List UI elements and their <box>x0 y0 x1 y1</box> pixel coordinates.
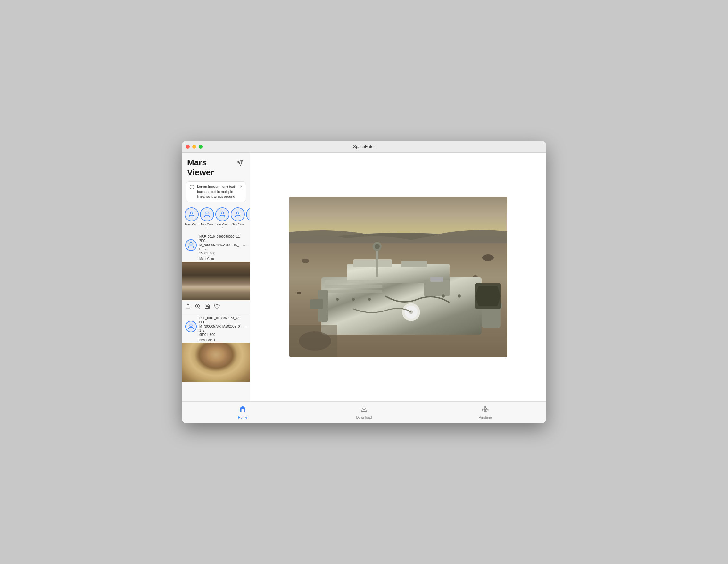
app-window: SpaceEater Mars Viewer <box>182 141 546 423</box>
photo-item-header-2: RLF_0016_0668369973_730ECM_N0030578RHAZ0… <box>182 313 250 338</box>
photo-item-header-1: NRF_0016_0668370386_117ECM_N0030578NCAM0… <box>182 232 250 257</box>
maximize-button[interactable] <box>199 145 203 149</box>
svg-point-47 <box>352 298 355 301</box>
heart-icon[interactable] <box>214 303 220 311</box>
minimize-button[interactable] <box>192 145 196 149</box>
camera-item-nav-cam-2[interactable]: Nav Cam 2 <box>215 207 229 230</box>
svg-point-5 <box>190 211 193 214</box>
photo-camera-label-1: Mast Cam <box>182 257 250 262</box>
svg-point-50 <box>458 294 461 298</box>
svg-point-6 <box>206 211 208 214</box>
share-icon[interactable] <box>185 303 191 311</box>
photo-list: NRF_0016_0668370386_117ECM_N0030578NCAM0… <box>182 232 250 401</box>
main-image-container <box>257 159 540 395</box>
photo-actions-1 <box>182 302 250 313</box>
photo-info-1: NRF_0016_0668370386_117ECM_N0030578NCAM0… <box>199 235 240 255</box>
window-title: SpaceEater <box>353 144 375 149</box>
camera-avatar-nav-cam-n <box>246 207 250 221</box>
close-button[interactable] <box>186 145 190 149</box>
tab-airplane[interactable]: Airplane <box>469 405 501 419</box>
svg-point-48 <box>368 298 371 301</box>
notification-text: Lorem Impsum long text buncha stuff in m… <box>197 184 237 199</box>
app-title: Mars Viewer <box>187 158 214 178</box>
svg-point-7 <box>221 211 223 214</box>
camera-avatar-nav-cam-2 <box>215 207 229 221</box>
svg-point-53 <box>299 331 331 351</box>
titlebar: SpaceEater <box>182 141 546 153</box>
camera-avatar-mast-cam <box>185 207 199 221</box>
svg-rect-42 <box>424 280 450 296</box>
main-mars-image[interactable] <box>289 197 507 357</box>
mars-rover-svg <box>289 197 507 357</box>
main-content: Mars Viewer <box>182 153 546 401</box>
photo-thumbnail-1[interactable] <box>182 262 250 300</box>
svg-rect-37 <box>325 285 382 288</box>
sidebar: Mars Viewer <box>182 153 250 401</box>
camera-label-nav-cam-2: Nav Cam 2 <box>215 223 229 230</box>
camera-avatar-nav-cam-1 <box>200 207 214 221</box>
svg-point-25 <box>297 292 301 294</box>
photo-filename-1: NRF_0016_0668370386_117ECM_N0030578NCAM0… <box>199 235 240 255</box>
sidebar-header: Mars Viewer <box>182 153 250 181</box>
svg-point-23 <box>482 254 494 261</box>
photo-avatar-2 <box>185 321 197 332</box>
photo-item-2: RLF_0016_0668369973_730ECM_N0030578RHAZ0… <box>182 313 250 383</box>
camera-item-nav-cam-1[interactable]: Nav Cam 1 <box>200 207 214 230</box>
svg-rect-28 <box>353 259 392 267</box>
tab-airplane-label: Airplane <box>479 415 492 419</box>
svg-point-22 <box>302 259 309 263</box>
camera-item-nav-cam-2b[interactable]: Nav Cam 2 <box>231 207 245 230</box>
airplane-icon <box>482 405 489 414</box>
notification-close-button[interactable]: × <box>240 184 243 189</box>
photo-info-2: RLF_0016_0668369973_730ECM_N0030578RHAZ0… <box>199 316 240 337</box>
svg-rect-45 <box>310 299 323 309</box>
svg-point-46 <box>336 298 339 301</box>
camera-label-nav-cam-1: Nav Cam 1 <box>200 223 214 230</box>
zoom-icon[interactable] <box>195 303 201 311</box>
camera-label-mast-cam: Mast Cam <box>185 223 198 226</box>
photo-more-button-2[interactable]: ··· <box>243 324 247 329</box>
camera-avatar-nav-cam-2b <box>231 207 245 221</box>
notification-icon <box>189 185 194 191</box>
photo-more-button-1[interactable]: ··· <box>243 243 247 248</box>
svg-rect-38 <box>325 290 382 293</box>
svg-point-16 <box>190 324 192 326</box>
svg-rect-43 <box>430 277 443 282</box>
tab-download-label: Download <box>356 415 372 419</box>
svg-point-8 <box>236 211 239 214</box>
photo-avatar-1 <box>185 239 197 251</box>
photo-filename-2: RLF_0016_0668369973_730ECM_N0030578RHAZ0… <box>199 316 240 337</box>
tab-download[interactable]: Download <box>348 405 380 419</box>
svg-rect-33 <box>376 248 378 277</box>
save-icon[interactable] <box>204 303 210 311</box>
svg-line-13 <box>199 308 200 309</box>
svg-point-10 <box>190 242 192 245</box>
camera-item-mast-cam[interactable]: Mast Cam <box>185 207 199 230</box>
notification-banner: Lorem Impsum long text buncha stuff in m… <box>186 181 246 202</box>
tab-home-label: Home <box>238 415 247 419</box>
photo-item-1: NRF_0016_0668370386_117ECM_N0030578NCAM0… <box>182 232 250 313</box>
camera-selector: Mast Cam Nav Cam 1 <box>182 206 250 232</box>
send-button[interactable] <box>235 158 245 168</box>
svg-point-49 <box>442 294 445 298</box>
svg-rect-29 <box>401 261 427 267</box>
download-icon <box>360 405 368 414</box>
camera-item-nav-cam-n[interactable]: N <box>246 207 250 230</box>
tab-home[interactable]: Home <box>227 405 259 419</box>
photo-camera-label-2: Nav Cam 1 <box>182 338 250 343</box>
camera-label-nav-cam-2b: Nav Cam 2 <box>231 223 245 230</box>
home-icon <box>239 405 246 414</box>
svg-rect-36 <box>325 280 382 283</box>
window-controls <box>186 145 203 149</box>
main-view <box>250 153 546 401</box>
tab-bar: Home Download Airplane <box>182 401 546 423</box>
photo-thumbnail-2[interactable] <box>182 343 250 382</box>
svg-point-35 <box>375 244 380 249</box>
